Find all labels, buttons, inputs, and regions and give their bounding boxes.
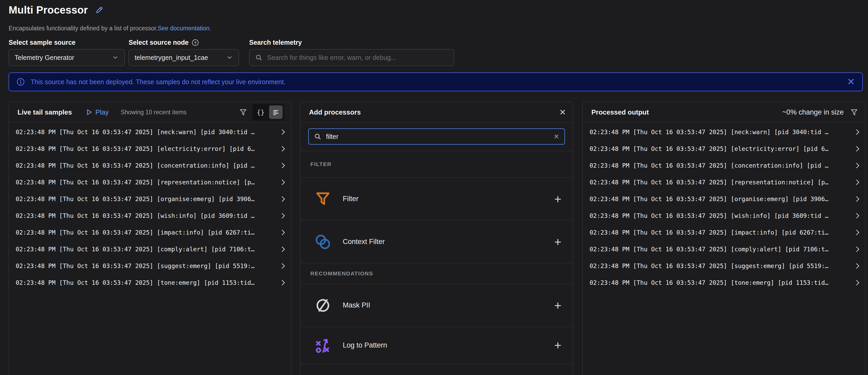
log-row[interactable]: 02:23:48 PM [Thu Oct 16 03:53:47 2025] [… xyxy=(9,191,291,207)
processor-item-log-to-pattern[interactable]: Log to Pattern + xyxy=(301,327,573,364)
clear-search-icon[interactable]: ✕ xyxy=(554,133,559,141)
sample-source-select[interactable]: Telemetry Generator xyxy=(9,49,125,66)
log-row[interactable]: 02:23:48 PM [Thu Oct 16 03:53:47 2025] [… xyxy=(583,241,865,258)
page-header: Multi Processor xyxy=(9,4,103,16)
filter-section-row: FILTER xyxy=(301,151,573,178)
log-row[interactable]: 02:23:48 PM [Thu Oct 16 03:53:47 2025] [… xyxy=(9,124,291,140)
processor-search-wrap: ✕ xyxy=(301,123,573,151)
processor-label: Context Filter xyxy=(343,238,385,246)
log-row[interactable]: 02:23:48 PM [Thu Oct 16 03:53:47 2025] [… xyxy=(9,157,291,174)
sample-source-value: Telemetry Generator xyxy=(14,54,112,61)
source-node-select[interactable]: telemetrygen_input_1cae xyxy=(129,49,239,66)
log-text: 02:23:48 PM [Thu Oct 16 03:53:47 2025] [… xyxy=(16,196,281,202)
log-row[interactable]: 02:23:48 PM [Thu Oct 16 03:53:47 2025] [… xyxy=(583,191,865,207)
log-row[interactable]: 02:23:48 PM [Thu Oct 16 03:53:47 2025] [… xyxy=(583,258,865,274)
chevron-right-icon xyxy=(281,178,285,186)
chevron-right-icon xyxy=(281,262,285,270)
multi-processor-page: Multi Processor Encapsulates functionali… xyxy=(0,0,868,375)
banner-text: This source has not been deployed. These… xyxy=(31,78,841,86)
log-text: 02:23:48 PM [Thu Oct 16 03:53:47 2025] [… xyxy=(16,279,281,286)
log-row[interactable]: 02:23:48 PM [Thu Oct 16 03:53:47 2025] [… xyxy=(9,241,291,258)
json-view-toggle[interactable]: {} xyxy=(254,105,268,119)
log-text: 02:23:48 PM [Thu Oct 16 03:53:47 2025] [… xyxy=(590,196,855,202)
log-text: 02:23:48 PM [Thu Oct 16 03:53:47 2025] [… xyxy=(16,162,281,169)
log-row[interactable]: 02:23:48 PM [Thu Oct 16 03:53:47 2025] [… xyxy=(9,224,291,241)
page-title: Multi Processor xyxy=(9,4,88,16)
live-tail-log-list: 02:23:48 PM [Thu Oct 16 03:53:47 2025] [… xyxy=(9,123,291,291)
chevron-right-icon xyxy=(281,279,285,287)
chevron-right-icon xyxy=(855,128,860,136)
log-row[interactable]: 02:23:48 PM [Thu Oct 16 03:53:47 2025] [… xyxy=(583,224,865,241)
search-telemetry-label: Search telemetry xyxy=(249,39,302,46)
subtitle-text: Encapsulates functionality defined by a … xyxy=(9,25,158,32)
log-row[interactable]: 02:23:48 PM [Thu Oct 16 03:53:47 2025] [… xyxy=(9,140,291,157)
page-subtitle: Encapsulates functionality defined by a … xyxy=(9,25,211,32)
log-row[interactable]: 02:23:48 PM [Thu Oct 16 03:53:47 2025] [… xyxy=(583,124,865,140)
add-processor-plus-icon[interactable]: + xyxy=(554,339,561,351)
log-row[interactable]: 02:23:48 PM [Thu Oct 16 03:53:47 2025] [… xyxy=(583,174,865,191)
log-row[interactable]: 02:23:48 PM [Thu Oct 16 03:53:47 2025] [… xyxy=(583,274,865,291)
text-view-toggle[interactable] xyxy=(269,105,283,119)
view-toggle-group: {} xyxy=(253,104,284,121)
log-text: 02:23:48 PM [Thu Oct 16 03:53:47 2025] [… xyxy=(16,146,281,152)
processor-item-filter[interactable]: Filter + xyxy=(301,178,573,220)
chevron-right-icon xyxy=(855,162,860,169)
source-node-label-text: Select source node xyxy=(129,39,188,46)
log-row[interactable]: 02:23:48 PM [Thu Oct 16 03:53:47 2025] [… xyxy=(9,174,291,191)
log-text: 02:23:48 PM [Thu Oct 16 03:53:47 2025] [… xyxy=(590,129,855,135)
play-label: Play xyxy=(95,108,109,116)
log-row[interactable]: 02:23:48 PM [Thu Oct 16 03:53:47 2025] [… xyxy=(583,207,865,224)
log-text: 02:23:48 PM [Thu Oct 16 03:53:47 2025] [… xyxy=(16,262,281,269)
sample-source-label-text: Select sample source xyxy=(9,39,75,46)
edit-title-icon[interactable] xyxy=(95,6,103,14)
chevron-right-icon xyxy=(855,212,860,220)
eye-slash-icon xyxy=(313,297,332,314)
banner-close-icon[interactable]: ✕ xyxy=(847,77,855,87)
search-icon xyxy=(314,133,321,140)
deploy-warning-banner: This source has not been deployed. These… xyxy=(9,72,863,91)
venn-circles-icon xyxy=(313,234,332,250)
log-row[interactable]: 02:23:48 PM [Thu Oct 16 03:53:47 2025] [… xyxy=(9,207,291,224)
log-text: 02:23:48 PM [Thu Oct 16 03:53:47 2025] [… xyxy=(16,212,281,219)
log-text: 02:23:48 PM [Thu Oct 16 03:53:47 2025] [… xyxy=(16,229,281,236)
log-row[interactable]: 02:23:48 PM [Thu Oct 16 03:53:47 2025] [… xyxy=(9,274,291,291)
processor-item-mask-pii[interactable]: Mask PII + xyxy=(301,284,573,327)
live-tail-panel: Live tail samples Play Showing 10 recent… xyxy=(9,102,291,375)
source-node-value: telemetrygen_input_1cae xyxy=(135,54,226,61)
processor-search-input[interactable] xyxy=(326,133,549,141)
see-documentation-link[interactable]: See documentation. xyxy=(158,25,211,32)
processor-label: Filter xyxy=(343,195,359,203)
info-icon xyxy=(17,78,25,86)
filter-funnel-icon[interactable] xyxy=(850,108,858,116)
play-button[interactable]: Play xyxy=(86,108,109,116)
live-tail-status: Showing 10 recent items xyxy=(121,109,187,116)
processor-label: Mask PII xyxy=(343,301,370,309)
chevron-right-icon xyxy=(281,128,285,136)
live-tail-header: Live tail samples Play Showing 10 recent… xyxy=(9,102,291,123)
log-row[interactable]: 02:23:48 PM [Thu Oct 16 03:53:47 2025] [… xyxy=(9,258,291,274)
log-row[interactable]: 02:23:48 PM [Thu Oct 16 03:53:47 2025] [… xyxy=(583,157,865,174)
add-processor-plus-icon[interactable]: + xyxy=(554,193,561,205)
log-text: 02:23:48 PM [Thu Oct 16 03:53:47 2025] [… xyxy=(590,229,855,236)
filter-funnel-icon[interactable] xyxy=(239,108,247,116)
help-question-icon[interactable]: ? xyxy=(192,39,199,46)
chevron-right-icon xyxy=(855,228,860,237)
live-tail-title: Live tail samples xyxy=(18,108,72,116)
sample-source-label: Select sample source xyxy=(9,39,75,46)
search-telemetry-input[interactable] xyxy=(267,54,448,62)
processor-item-context-filter[interactable]: Context Filter + xyxy=(301,220,573,263)
filter-section-label: FILTER xyxy=(310,161,332,167)
add-processor-plus-icon[interactable]: + xyxy=(554,236,561,248)
log-text: 02:23:48 PM [Thu Oct 16 03:53:47 2025] [… xyxy=(590,162,855,169)
chevron-right-icon xyxy=(855,178,860,186)
chevron-right-icon xyxy=(855,195,860,203)
close-panel-icon[interactable]: ✕ xyxy=(559,108,566,116)
log-row[interactable]: 02:23:48 PM [Thu Oct 16 03:53:47 2025] [… xyxy=(583,140,865,157)
chevron-right-icon xyxy=(855,262,860,270)
chevron-right-icon xyxy=(855,245,860,253)
chevron-down-icon xyxy=(112,54,119,61)
processed-output-header: Processed output ~0% change in size xyxy=(583,102,865,123)
add-processors-title: Add processors xyxy=(309,108,361,116)
add-processor-plus-icon[interactable]: + xyxy=(554,300,561,311)
search-telemetry-label-text: Search telemetry xyxy=(249,39,302,46)
